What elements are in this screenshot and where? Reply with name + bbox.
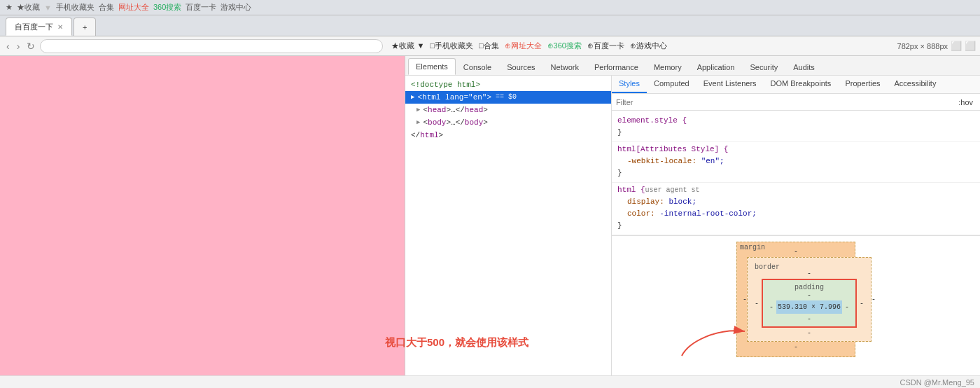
css-prop-color: color: -internal-root-color; bbox=[617, 208, 974, 220]
css-rule-html: html { user agent st display: block; col… bbox=[612, 183, 980, 235]
filter-bar: :hov bbox=[612, 94, 980, 111]
bookmark-baidu[interactable]: 百度一卡 bbox=[186, 2, 216, 13]
address-bar-row: ‹ › ↻ ★收藏 ▼ □手机收藏夹 □合集 ⊕网址大全 ⊕360搜索 ⊕百度一… bbox=[0, 36, 980, 56]
box-model-diagram: margin - - border - - bbox=[736, 242, 855, 357]
tab-label: 自百度一下 bbox=[15, 22, 53, 32]
devtools-tab-application[interactable]: Application bbox=[690, 58, 743, 75]
css-prop-display: display: block; bbox=[617, 196, 974, 208]
subtab-dom-breakpoints[interactable]: DOM Breakpoints bbox=[764, 76, 839, 93]
forward-button[interactable]: › bbox=[15, 41, 22, 52]
bottom-bar: CSDN @Mr.Meng_95 bbox=[0, 375, 980, 388]
subtab-accessibility[interactable]: Accessibility bbox=[888, 76, 944, 93]
footer-credit: CSDN @Mr.Meng_95 bbox=[899, 378, 974, 387]
html-line-html[interactable]: ▶ <html lang="en"> == $0 bbox=[405, 91, 611, 104]
subtab-properties[interactable]: Properties bbox=[838, 76, 887, 93]
devtools-tab-security[interactable]: Security bbox=[742, 58, 785, 75]
css-selector-html-attr: html[Attributes Style] { bbox=[617, 144, 974, 155]
devtools-panel: Elements Console Sources Network Perform… bbox=[405, 56, 980, 375]
devtools-tab-sources[interactable]: Sources bbox=[499, 58, 542, 75]
css-rules-panel: element.style { } html[Attributes Style]… bbox=[612, 111, 980, 375]
bookmarks-bar: ★ ★收藏 ▼ 手机收藏夹 合集 网址大全 360搜索 百度一卡 游戏中心 bbox=[0, 0, 980, 15]
bm-margin-right: - bbox=[872, 296, 876, 303]
html-source-panel: <!doctype html> ▶ <html lang="en"> == $0… bbox=[405, 76, 612, 375]
quick-bookmark-baidu[interactable]: ⊕百度一卡 bbox=[587, 41, 624, 51]
css-rule-html-attr: html[Attributes Style] { -webkit-locale:… bbox=[612, 142, 980, 183]
html-line-doctype: <!doctype html> bbox=[405, 78, 611, 91]
bm-padding-bottom: - bbox=[766, 315, 852, 323]
bm-border-middle: - padding - - bbox=[752, 279, 867, 328]
html-line-close-html: </html> bbox=[405, 129, 611, 141]
bm-padding-left: - bbox=[766, 303, 776, 311]
tab-close-icon[interactable]: ✕ bbox=[57, 23, 63, 31]
bm-border-label: border bbox=[755, 263, 869, 271]
bookmark-collect[interactable]: ★收藏 bbox=[17, 2, 40, 13]
quick-bookmark-mobile[interactable]: □手机收藏夹 bbox=[430, 41, 473, 51]
main-content: Elements Console Sources Network Perform… bbox=[0, 56, 980, 375]
bm-padding-middle: - 539.310 × 7.996 - bbox=[766, 300, 852, 314]
devtools-body: <!doctype html> ▶ <html lang="en"> == $0… bbox=[405, 76, 980, 375]
css-rule-element-style: element.style { } bbox=[612, 113, 980, 142]
bookmark-mobile[interactable]: 手机收藏夹 bbox=[56, 2, 94, 13]
quick-bookmark-collection[interactable]: □合集 bbox=[479, 41, 499, 51]
css-source-label: user agent st bbox=[645, 184, 700, 196]
styles-panel: Styles Computed Event Listeners DOM Brea… bbox=[612, 76, 980, 375]
bookmark-360[interactable]: 360搜索 bbox=[153, 2, 181, 13]
star-icon: ★ bbox=[6, 3, 13, 12]
bm-margin-label: margin bbox=[740, 244, 765, 251]
size-display: 782px × 888px bbox=[897, 42, 948, 50]
bm-padding-label: padding bbox=[766, 284, 852, 291]
expand-arrow-html[interactable]: ▶ bbox=[411, 92, 414, 103]
bm-content-box: 539.310 × 7.996 bbox=[776, 300, 842, 314]
quick-bookmark-collect[interactable]: ★收藏 ▼ bbox=[391, 41, 424, 51]
subtab-computed[interactable]: Computed bbox=[647, 76, 696, 93]
devtools-tab-console[interactable]: Console bbox=[456, 58, 499, 75]
bm-margin-bottom: - bbox=[743, 343, 849, 351]
quick-bookmarks: ★收藏 ▼ □手机收藏夹 □合集 ⊕网址大全 ⊕360搜索 ⊕百度一卡 ⊕游戏中… bbox=[391, 41, 894, 51]
address-bar[interactable] bbox=[40, 39, 383, 53]
subtab-event-listeners[interactable]: Event Listeners bbox=[696, 76, 764, 93]
devtools-tab-memory[interactable]: Memory bbox=[646, 58, 690, 75]
css-close-html: } bbox=[617, 220, 974, 232]
quick-bookmark-nav[interactable]: ⊕网址大全 bbox=[505, 41, 542, 51]
quick-bookmark-games[interactable]: ⊕游戏中心 bbox=[630, 41, 667, 51]
quick-bookmark-360[interactable]: ⊕360搜索 bbox=[547, 41, 582, 51]
css-selector-html: html { user agent st bbox=[617, 184, 974, 196]
expand-arrow-body[interactable]: ▶ bbox=[416, 117, 420, 128]
devtools-tab-network[interactable]: Network bbox=[543, 58, 587, 75]
expand-arrow-head[interactable]: ▶ bbox=[416, 104, 420, 116]
devtools-toggle[interactable]: ⬜ bbox=[965, 41, 976, 51]
bm-padding-top: - bbox=[766, 291, 852, 299]
devtools-toolbar-icons: 782px × 888px ⬜ ⬜ bbox=[897, 41, 976, 51]
html-line-body[interactable]: ▶ <body>…</body> bbox=[405, 116, 611, 129]
bm-padding-right: - bbox=[842, 303, 852, 311]
css-close-element-style: } bbox=[617, 127, 974, 139]
tab-bar: 自百度一下 ✕ + bbox=[0, 15, 980, 36]
new-tab-icon: + bbox=[83, 23, 87, 32]
bookmark-collection[interactable]: 合集 bbox=[99, 2, 114, 13]
styles-subtabs: Styles Computed Event Listeners DOM Brea… bbox=[612, 76, 980, 94]
bm-border-bottom: - bbox=[752, 329, 867, 337]
back-button[interactable]: ‹ bbox=[4, 41, 12, 52]
page-view bbox=[0, 56, 405, 375]
browser-tab-new[interactable]: + bbox=[74, 18, 96, 36]
bookmark-games[interactable]: 游戏中心 bbox=[220, 2, 251, 13]
bm-border-right: - bbox=[857, 300, 867, 307]
devtools-tab-audits[interactable]: Audits bbox=[785, 58, 822, 75]
html-line-head[interactable]: ▶ <head>…</head> bbox=[405, 104, 611, 116]
css-selector-element-style: element.style { bbox=[617, 115, 974, 127]
browser-tab-active[interactable]: 自百度一下 ✕ bbox=[6, 18, 72, 36]
bm-margin-box: margin - - border - - bbox=[736, 242, 855, 357]
devtools-tab-elements[interactable]: Elements bbox=[408, 58, 456, 75]
responsive-toggle[interactable]: ⬜ bbox=[951, 41, 962, 51]
filter-input[interactable] bbox=[616, 98, 955, 106]
bm-padding-box: padding - - 539.310 × 7.996 bbox=[762, 279, 857, 328]
hov-button[interactable]: :hov bbox=[955, 98, 976, 106]
bm-margin-middle: - border - - bbox=[743, 257, 849, 342]
bookmark-nav[interactable]: 网址大全 bbox=[118, 2, 149, 13]
subtab-styles[interactable]: Styles bbox=[612, 76, 647, 93]
css-prop-webkit-locale: -webkit-locale: "en"; bbox=[617, 155, 974, 167]
bm-border-left: - bbox=[752, 300, 762, 307]
reload-button[interactable]: ↻ bbox=[24, 41, 37, 52]
bm-border-box: border - - padding - bbox=[747, 257, 872, 342]
devtools-tab-performance[interactable]: Performance bbox=[587, 58, 646, 75]
